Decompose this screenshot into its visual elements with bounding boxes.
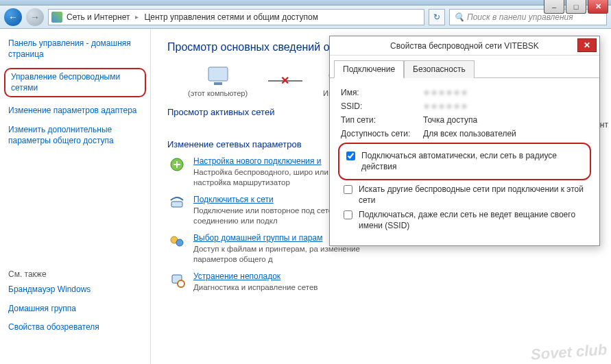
check-other-networks[interactable]: Искать другие беспроводные сети при подк…: [341, 184, 588, 206]
minimize-button[interactable]: –: [544, 0, 564, 14]
prop-type-label: Тип сети:: [341, 115, 423, 125]
auto-connect-highlight: Подключаться автоматически, если сеть в …: [338, 143, 591, 180]
back-button[interactable]: ←: [4, 8, 22, 26]
breadcrumb-2[interactable]: Центр управления сетями и общим доступом: [144, 12, 318, 22]
check-auto-connect-box[interactable]: [346, 151, 355, 160]
window-controls: – □ ✕: [544, 0, 608, 14]
node-this-label: (этот компьютер): [188, 89, 248, 97]
new-connection-icon: [167, 156, 187, 173]
svg-rect-4: [171, 202, 182, 207]
forward-button[interactable]: →: [26, 8, 44, 26]
tab-security[interactable]: Безопасность: [404, 60, 475, 78]
sidebar-home-link[interactable]: Панель управления - домашняя страница: [8, 38, 142, 60]
connection-line-broken: [268, 80, 302, 82]
homegroup-icon: [167, 233, 187, 250]
address-bar[interactable]: Сеть и Интернет ▸ Центр управления сетям…: [48, 9, 424, 25]
prop-ssid-value: ∗∗∗∗∗∗: [423, 101, 468, 111]
action-troubleshoot-link[interactable]: Устранение неполадок: [193, 271, 318, 281]
maximize-button[interactable]: □: [566, 0, 586, 14]
prop-avail-value: Для всех пользователей: [423, 129, 516, 138]
computer-icon: [204, 64, 232, 88]
check-hidden-ssid-box[interactable]: [344, 210, 352, 219]
sidebar-homegroup-link[interactable]: Домашняя группа: [8, 304, 142, 315]
action-troubleshoot-desc: Диагностика и исправление сетев: [193, 282, 318, 293]
svg-rect-1: [214, 82, 222, 85]
action-homegroup-desc: Доступ к файлам и принтерам, ра изменени…: [193, 244, 372, 265]
dialog-close-button[interactable]: ✕: [577, 38, 597, 52]
control-panel-icon: [51, 12, 62, 23]
breadcrumb-sep-icon: ▸: [134, 13, 140, 21]
check-hidden-ssid-label: Подключаться, даже если сеть не ведет ве…: [359, 210, 588, 231]
check-auto-connect[interactable]: Подключаться автоматически, если сеть в …: [344, 151, 586, 172]
dialog-tabs: Подключение Безопасность: [330, 56, 599, 78]
prop-type-value: Точка доступа: [423, 115, 477, 125]
check-auto-connect-label: Подключаться автоматически, если сеть в …: [361, 151, 586, 172]
sidebar-firewall-link[interactable]: Брандмауэр Windows: [8, 284, 142, 295]
tab-connection[interactable]: Подключение: [334, 60, 404, 78]
prop-name-label: Имя:: [341, 88, 423, 97]
node-this-computer: (этот компьютер): [188, 64, 248, 97]
dialog-title-bar[interactable]: Свойства беспроводной сети VITEBSK ✕: [330, 36, 599, 56]
breadcrumb-1[interactable]: Сеть и Интернет: [67, 12, 130, 22]
prop-ssid-label: SSID:: [341, 101, 423, 111]
search-icon: 🔍: [454, 12, 464, 22]
close-button[interactable]: ✕: [588, 0, 608, 14]
prop-name-value: ∗∗∗∗∗∗: [423, 88, 468, 97]
connect-icon: [167, 195, 187, 211]
sidebar: Панель управления - домашняя страница Уп…: [0, 29, 151, 364]
sidebar-wireless-link[interactable]: Управление беспроводными сетями: [4, 68, 146, 97]
wireless-properties-dialog: Свойства беспроводной сети VITEBSK ✕ Под…: [329, 36, 600, 246]
prop-avail-label: Доступность сети:: [341, 129, 423, 138]
navigation-bar: ← → Сеть и Интернет ▸ Центр управления с…: [0, 5, 611, 29]
check-other-networks-label: Искать другие беспроводные сети при подк…: [359, 184, 588, 206]
svg-point-8: [178, 280, 184, 287]
check-other-networks-box[interactable]: [344, 185, 352, 194]
window-titlebar: [0, 0, 611, 5]
refresh-button[interactable]: ↻: [429, 9, 445, 25]
check-hidden-ssid[interactable]: Подключаться, даже если сеть не ведет ве…: [341, 210, 588, 231]
svg-rect-0: [208, 67, 228, 81]
sidebar-seealso-title: См. также: [8, 269, 142, 279]
sidebar-browser-link[interactable]: Свойства обозревателя: [8, 322, 142, 333]
sidebar-sharing-link[interactable]: Изменить дополнительные параметры общего…: [8, 125, 142, 146]
svg-point-6: [176, 239, 183, 246]
sidebar-adapter-link[interactable]: Изменение параметров адаптера: [8, 106, 142, 117]
dialog-body: Имя: ∗∗∗∗∗∗ SSID: ∗∗∗∗∗∗ Тип сети: Точка…: [330, 78, 599, 245]
troubleshoot-icon: [167, 271, 187, 288]
action-troubleshoot: Устранение неполадок Диагностика и испра…: [167, 271, 611, 293]
dialog-title: Свойства беспроводной сети VITEBSK: [390, 41, 539, 51]
